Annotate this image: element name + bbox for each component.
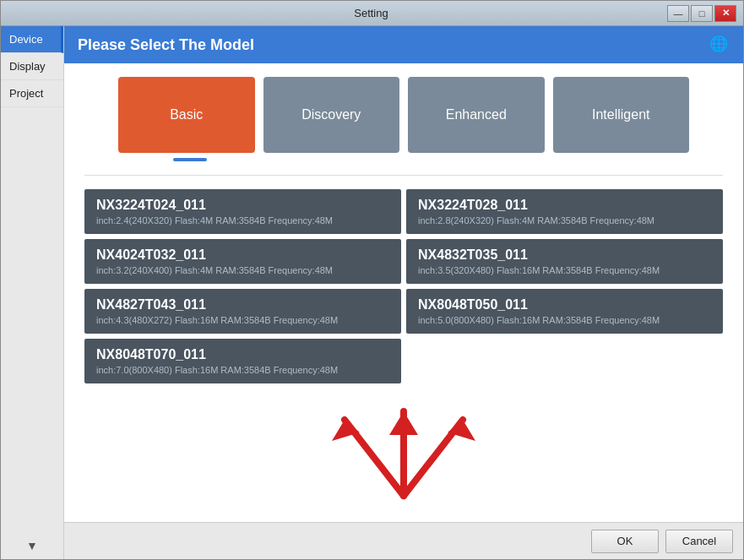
tab-basic[interactable]: Basic — [118, 77, 255, 153]
page-title: Please Select The Model — [78, 36, 254, 54]
device-card-4[interactable]: NX4827T043_011 inch:4.3(480X272) Flash:1… — [84, 289, 401, 334]
bottom-bar: OK Cancel — [64, 522, 743, 559]
device-card-0[interactable]: NX3224T024_011 inch:2.4(240X320) Flash:4… — [84, 189, 401, 234]
close-button[interactable]: ✕ — [714, 5, 736, 22]
device-name-5: NX8048T050_011 — [418, 297, 711, 313]
ok-button[interactable]: OK — [591, 530, 659, 553]
maximize-button[interactable]: □ — [691, 5, 713, 22]
tab-indicator-basic — [173, 158, 207, 161]
tab-indicators — [84, 158, 723, 161]
device-spec-4: inch:4.3(480X272) Flash:16M RAM:3584B Fr… — [96, 315, 389, 325]
minimize-button[interactable]: — — [667, 5, 689, 22]
tab-indicator-enhanced — [459, 158, 492, 161]
content-header: Please Select The Model 🌐 — [64, 26, 743, 63]
device-spec-3: inch:3.5(320X480) Flash:16M RAM:3584B Fr… — [418, 265, 711, 275]
device-card-2[interactable]: NX4024T032_011 inch:3.2(240X400) Flash:4… — [84, 239, 401, 284]
device-name-2: NX4024T032_011 — [96, 247, 389, 263]
device-card-6[interactable]: NX8048T070_011 inch:7.0(800X480) Flash:1… — [84, 339, 401, 383]
device-spec-1: inch:2.8(240X320) Flash:4M RAM:3584B Fre… — [418, 215, 711, 226]
sidebar: Device Display Project ▼ — [1, 26, 64, 559]
main-window: Setting — □ ✕ Device Display Project ▼ — [0, 0, 744, 560]
svg-marker-3 — [389, 411, 418, 435]
device-spec-0: inch:2.4(240X320) Flash:4M RAM:3584B Fre… — [96, 215, 389, 226]
sidebar-items: Device Display Project — [1, 26, 63, 107]
tab-enhanced[interactable]: Enhanced — [408, 77, 545, 153]
sidebar-item-display[interactable]: Display — [1, 53, 63, 80]
globe-icon: 🌐 — [709, 35, 730, 55]
tab-discovery[interactable]: Discovery — [263, 77, 400, 153]
title-bar: Setting — □ ✕ — [1, 1, 743, 26]
device-name-0: NX3224T024_011 — [96, 198, 389, 213]
title-bar-controls: — □ ✕ — [667, 5, 736, 22]
device-spec-2: inch:3.2(240X400) Flash:4M RAM:3584B Fre… — [96, 265, 389, 275]
tab-intelligent[interactable]: Intelligent — [553, 77, 690, 153]
sidebar-item-project[interactable]: Project — [1, 80, 63, 107]
device-name-6: NX8048T070_011 — [96, 347, 389, 362]
device-spec-6: inch:7.0(800X480) Flash:16M RAM:3584B Fr… — [96, 365, 389, 375]
arrows-graphic — [311, 394, 497, 504]
sidebar-item-device[interactable]: Device — [1, 26, 63, 53]
tab-indicator-intelligent — [601, 158, 635, 161]
sidebar-scroll-down[interactable]: ▼ — [1, 532, 63, 559]
device-spec-5: inch:5.0(800X480) Flash:16M RAM:3584B Fr… — [418, 315, 711, 325]
tab-indicator-discovery — [316, 158, 350, 161]
device-name-1: NX3224T028_011 — [418, 198, 711, 213]
divider — [84, 175, 723, 176]
device-card-1[interactable]: NX3224T028_011 inch:2.8(240X320) Flash:4… — [406, 189, 723, 234]
device-grid: NX3224T024_011 inch:2.4(240X320) Flash:4… — [84, 189, 723, 383]
device-card-3[interactable]: NX4832T035_011 inch:3.5(320X480) Flash:1… — [406, 239, 723, 284]
window-title: Setting — [75, 7, 667, 19]
arrow-area — [84, 390, 723, 508]
device-card-5[interactable]: NX8048T050_011 inch:5.0(800X480) Flash:1… — [406, 289, 723, 334]
device-name-3: NX4832T035_011 — [418, 247, 711, 263]
content-area: Please Select The Model 🌐 Basic Discover… — [64, 26, 743, 559]
content-body: Basic Discovery Enhanced Intelligent — [64, 63, 743, 522]
device-name-4: NX4827T043_011 — [96, 297, 389, 313]
cancel-button[interactable]: Cancel — [665, 530, 733, 553]
model-tabs: Basic Discovery Enhanced Intelligent — [84, 77, 723, 153]
main-area: Device Display Project ▼ Please Select T… — [1, 26, 743, 559]
